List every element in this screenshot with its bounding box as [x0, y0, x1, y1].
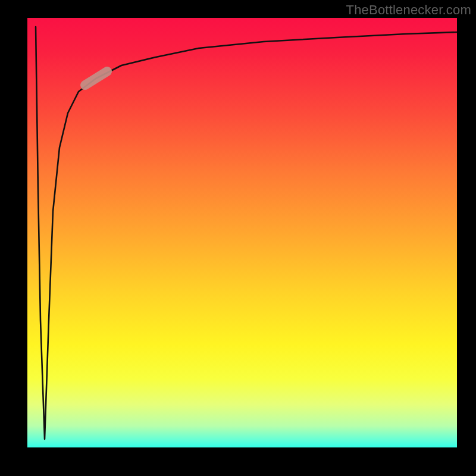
chart-stage: TheBottlenecker.com: [0, 0, 476, 476]
attribution-text: TheBottlenecker.com: [346, 2, 471, 18]
plot-area: [27, 18, 457, 447]
curve-svg: [27, 18, 457, 447]
bottleneck-curve: [36, 27, 457, 439]
highlight-marker: [85, 71, 107, 85]
